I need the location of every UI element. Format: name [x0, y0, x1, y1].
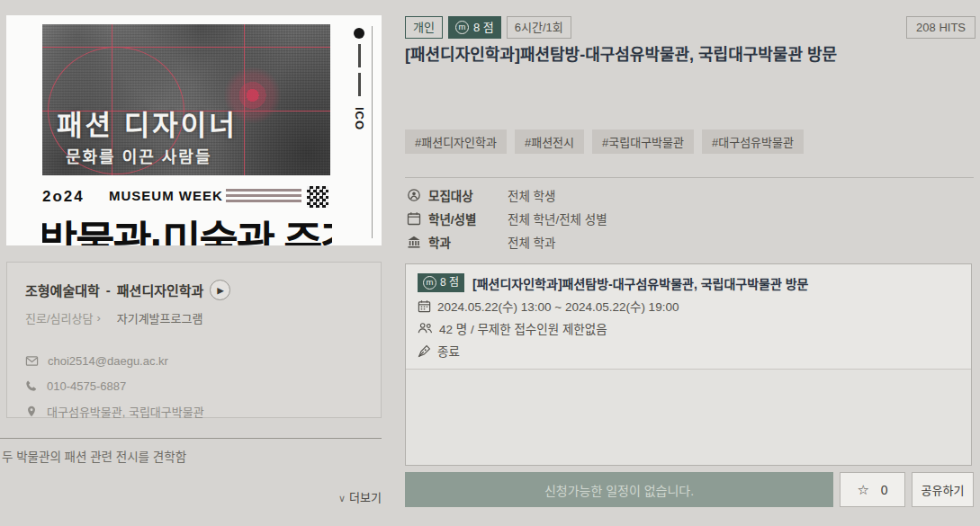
tag-item[interactable]: #국립대구박물관 — [592, 129, 694, 154]
poster-side-bar — [358, 44, 361, 67]
poster-grid-line — [244, 24, 245, 175]
info-row-grade-gender: 학년/성별 전체 학년/전체 성별 — [407, 207, 607, 230]
poster-grid-line — [42, 47, 330, 48]
location-pin-icon — [25, 405, 38, 418]
poster-side-strip: ICO — [346, 26, 373, 238]
badge-row: 개인 m 8 점 6시간/1회 — [405, 16, 571, 39]
envelope-icon — [25, 354, 39, 368]
poster-year: 2o24 — [42, 188, 85, 206]
schedule-item-title: [패션디자인학과]패션탐방-대구섬유박물관, 국립대구박물관 방문 — [472, 274, 808, 292]
schedule-capacity-row: 42 명 / 무제한 접수인원 제한없음 — [418, 319, 959, 337]
phone-icon — [25, 379, 38, 392]
score-badge-label: 8 점 — [440, 275, 459, 290]
apply-button-label: 신청가능한 일정이 없습니다. — [544, 481, 694, 499]
score-badge-label: 8 점 — [473, 20, 494, 35]
favorite-button[interactable]: ☆ 0 — [840, 472, 905, 507]
college-name: 조형예술대학 — [25, 281, 100, 299]
contact-phone-row: 010-4575-6887 — [25, 373, 363, 398]
poster-big-title: 박물관·미술관 주간 — [42, 207, 332, 245]
info-label: 학년/성별 — [428, 210, 493, 227]
tag-item[interactable]: #패션전시 — [515, 129, 584, 154]
info-section-divider — [405, 177, 974, 178]
contact-location-row: 대구섬유박물관, 국립대구박물관 — [25, 398, 363, 423]
category-row: 진로/심리상담 › 자기계발프로그램 — [25, 309, 363, 326]
recruit-target-icon — [407, 188, 421, 202]
mileage-icon: m — [423, 276, 436, 290]
info-label: 모집대상 — [428, 186, 493, 204]
chevron-down-icon: ∨ — [338, 493, 346, 504]
description-divider — [0, 438, 382, 439]
schedule-period: 2024.05.22(수) 13:00 ~ 2024.05.22(수) 19:0… — [437, 297, 679, 315]
tag-row: #패션디자인학과 #패션전시 #국립대구박물관 #대구섬유박물관 — [405, 129, 804, 154]
hits-badge: 208 HITS — [906, 16, 976, 39]
schedule-item[interactable]: m 8 점 [패션디자인학과]패션탐방-대구섬유박물관, 국립대구박물관 방문 … — [406, 264, 971, 370]
calendar-icon — [418, 299, 431, 313]
schedule-status-row: 종료 — [418, 342, 959, 360]
poster-event-name: MUSEUM WEEK — [109, 188, 223, 203]
program-detail-page: 패션 디자이너 문화를 이끈 사람들 2o24 MUSEUM WEEK 박물관·… — [0, 0, 980, 526]
score-badge: m 8 점 — [418, 273, 464, 292]
program-poster[interactable]: 패션 디자이너 문화를 이끈 사람들 2o24 MUSEUM WEEK 박물관·… — [6, 15, 382, 245]
location-value: 대구섬유박물관, 국립대구박물관 — [47, 403, 204, 420]
program-description: 두 박물관의 패션 관련 전시를 견학함 — [2, 447, 380, 465]
info-rows: 모집대상 전체 학생 학년/성별 전체 학년/전체 성별 — [407, 183, 607, 254]
contact-email-row: choi2514@daegu.ac.kr — [25, 348, 363, 373]
poster-side-divider — [372, 26, 373, 238]
organizer-card: 조형예술대학 - 패션디자인학과 ▶ 진로/심리상담 › 자기계발프로그램 ch… — [6, 262, 382, 418]
page-title: [패션디자인학과]패션탐방-대구섬유박물관, 국립대구박물관 방문 — [405, 41, 974, 65]
mileage-icon: m — [455, 21, 469, 34]
program-type-link[interactable]: 자기계발프로그램 — [117, 309, 203, 326]
favorite-count: 0 — [881, 483, 888, 497]
poster-bottom-strip: 2o24 MUSEUM WEEK 박물관·미술관 주간 — [42, 183, 332, 245]
info-label: 학과 — [428, 233, 493, 251]
schedule-capacity: 42 명 / 무제한 접수인원 제한없음 — [439, 319, 607, 337]
play-icon: ▶ — [217, 286, 223, 295]
duration-badge: 6시간/1회 — [507, 16, 571, 39]
phone-value: 010-4575-6887 — [47, 379, 126, 393]
ministry-logo-icon — [354, 28, 364, 39]
poster-subheadline: 문화를 이끈 사람들 — [66, 144, 211, 167]
schedule-status: 종료 — [437, 342, 460, 360]
poster-side-bar — [358, 73, 361, 96]
schedule-item-header: m 8 점 [패션디자인학과]패션탐방-대구섬유박물관, 국립대구박물관 방문 — [418, 273, 959, 292]
people-icon — [418, 322, 433, 334]
schedule-list: m 8 점 [패션디자인학과]패션탐방-대구섬유박물관, 국립대구박물관 방문 … — [405, 263, 972, 466]
score-badge: m 8 점 — [448, 16, 501, 39]
type-badge: 개인 — [405, 16, 443, 39]
chevron-right-icon: › — [96, 311, 100, 325]
contact-list: choi2514@daegu.ac.kr 010-4575-6887 대구섬유박… — [25, 348, 363, 423]
show-more-label: 더보기 — [349, 491, 382, 504]
apply-button[interactable]: 신청가능한 일정이 없습니다. — [405, 472, 833, 507]
expand-play-button[interactable]: ▶ — [210, 280, 230, 300]
email-value: choi2514@daegu.ac.kr — [48, 354, 168, 368]
info-value: 전체 학년/전체 성별 — [508, 210, 607, 227]
star-icon: ☆ — [857, 482, 868, 498]
organizer-title-row: 조형예술대학 - 패션디자인학과 ▶ — [25, 280, 363, 300]
schedule-period-row: 2024.05.22(수) 13:00 ~ 2024.05.22(수) 19:0… — [418, 297, 959, 315]
show-more-link[interactable]: ∨더보기 — [6, 488, 382, 505]
pen-nib-icon — [418, 344, 431, 358]
museum-building-icon — [407, 235, 421, 249]
qr-code — [307, 186, 328, 208]
info-row-department: 학과 전체 학과 — [407, 230, 607, 254]
share-button-label: 공유하기 — [922, 481, 965, 498]
department-name: 패션디자인학과 — [117, 281, 204, 299]
tag-item[interactable]: #대구섬유박물관 — [702, 129, 804, 154]
share-button[interactable]: 공유하기 — [912, 472, 974, 507]
poster-caption-lines — [226, 189, 301, 205]
poster-headline: 패션 디자이너 — [57, 103, 238, 143]
tag-item[interactable]: #패션디자인학과 — [405, 129, 507, 154]
info-value: 전체 학생 — [508, 186, 555, 204]
info-row-target: 모집대상 전체 학생 — [407, 183, 607, 207]
calendar-icon — [407, 211, 421, 226]
info-value: 전체 학과 — [508, 233, 555, 251]
icom-logo-text: ICO — [353, 107, 366, 130]
category-link[interactable]: 진로/심리상담 — [25, 309, 93, 326]
college-dept-separator: - — [106, 282, 111, 298]
poster-photo: 패션 디자이너 문화를 이끈 사람들 — [42, 24, 330, 175]
